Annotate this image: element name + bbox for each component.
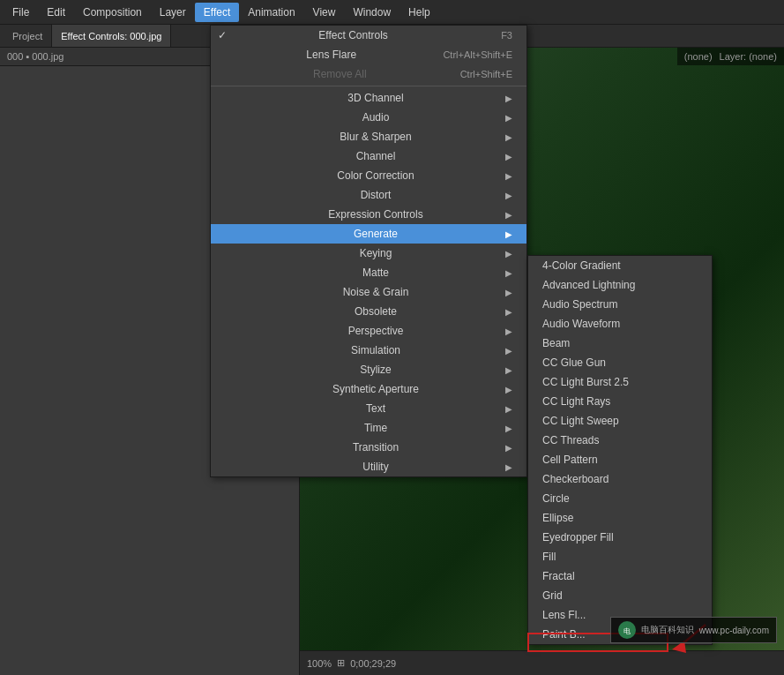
tab-effect-controls-label: Effect Controls: 000.jpg (61, 31, 161, 41)
submenu-item-checkerboard[interactable]: Checkerboard (528, 469, 712, 489)
submenu-item-cc-threads[interactable]: CC Threads (528, 431, 712, 450)
submenu-item-audio-waveform[interactable]: Audio Waveform (528, 314, 712, 334)
item-label: Distort (361, 189, 392, 201)
item-label: Effect Controls (318, 29, 387, 41)
submenu-item-cc-glue-gun[interactable]: CC Glue Gun (528, 353, 712, 372)
item-label: Eyedropper Fill (542, 531, 614, 544)
submenu-arrow: ▶ (505, 346, 512, 356)
submenu-item-ellipse[interactable]: Ellipse (528, 508, 712, 528)
menu-item-keying[interactable]: Keying ▶ (211, 244, 526, 263)
item-label: CC Light Rays (542, 395, 610, 408)
submenu-item-4-color-gradient[interactable]: 4-Color Gradient (528, 256, 712, 275)
menu-view[interactable]: View (304, 3, 345, 22)
menu-item-synthetic-aperture[interactable]: Synthetic Aperture ▶ (211, 379, 526, 399)
submenu-item-cc-light-rays[interactable]: CC Light Rays (528, 392, 712, 411)
submenu-item-lens-flare[interactable]: Lens Fl... (528, 605, 712, 625)
menu-item-effect-controls[interactable]: ✓ Effect Controls F3 (211, 26, 526, 45)
submenu-item-eyedropper-fill[interactable]: Eyedropper Fill (528, 528, 712, 547)
info-bar: (none) Layer: (none) (677, 48, 784, 65)
menu-item-3d-channel[interactable]: 3D Channel ▶ (211, 88, 526, 108)
item-label: Audio Waveform (542, 318, 620, 330)
submenu-arrow: ▶ (505, 326, 512, 336)
menu-item-distort[interactable]: Distort ▶ (211, 185, 526, 205)
submenu-item-fill[interactable]: Fill (528, 547, 712, 566)
item-label: Paint B... (542, 628, 586, 641)
submenu-item-cell-pattern[interactable]: Cell Pattern (528, 450, 712, 469)
submenu-arrow: ▶ (505, 307, 512, 317)
tab-effect-controls[interactable]: Effect Controls: 000.jpg (52, 25, 171, 47)
submenu-item-circle[interactable]: Circle (528, 489, 712, 508)
submenu-item-beam[interactable]: Beam (528, 334, 712, 353)
submenu-item-cc-light-burst[interactable]: CC Light Burst 2.5 (528, 372, 712, 392)
item-label: Simulation (351, 344, 400, 356)
menu-file[interactable]: File (4, 3, 38, 22)
menu-item-utility[interactable]: Utility ▶ (211, 457, 526, 476)
submenu-item-advanced-lightning[interactable]: Advanced Lightning (528, 275, 712, 295)
menu-window[interactable]: Window (344, 3, 399, 22)
submenu-item-audio-spectrum[interactable]: Audio Spectrum (528, 295, 712, 314)
menu-item-color-correction[interactable]: Color Correction ▶ (211, 166, 526, 185)
item-label: Cell Pattern (542, 454, 598, 466)
submenu-item-grid[interactable]: Grid (528, 586, 712, 605)
tab-project-label: Project (12, 31, 42, 41)
zoom-level: 100% (307, 658, 332, 669)
submenu-arrow: ▶ (505, 132, 512, 142)
submenu-arrow: ▶ (505, 424, 512, 433)
check-icon: ✓ (218, 29, 232, 41)
menu-item-generate[interactable]: Generate ▶ (211, 224, 526, 244)
menu-item-matte[interactable]: Matte ▶ (211, 263, 526, 282)
menu-item-blur-sharpen[interactable]: Blur & Sharpen ▶ (211, 127, 526, 146)
item-label: CC Threads (542, 434, 599, 446)
item-label: Grid (542, 589, 563, 602)
item-label: 4-Color Gradient (542, 259, 621, 272)
item-label: Audio Spectrum (542, 298, 617, 311)
menu-item-transition[interactable]: Transition ▶ (211, 438, 526, 457)
tab-project[interactable]: Project (4, 25, 52, 47)
menu-item-lens-flare[interactable]: Lens Flare Ctrl+Alt+Shift+E (211, 45, 526, 64)
submenu-item-fractal[interactable]: Fractal (528, 566, 712, 586)
menu-composition[interactable]: Composition (74, 3, 151, 22)
submenu-arrow: ▶ (505, 443, 512, 453)
item-label: Checkerboard (542, 473, 609, 485)
item-label: Blur & Sharpen (340, 131, 411, 143)
menubar: File Edit Composition Layer Effect Anima… (0, 0, 784, 25)
project-file-label: 000 ▪ 000.jpg (7, 51, 63, 62)
menu-item-simulation[interactable]: Simulation ▶ (211, 341, 526, 360)
menu-item-expression-controls[interactable]: Expression Controls ▶ (211, 205, 526, 224)
menu-item-audio[interactable]: Audio ▶ (211, 108, 526, 127)
item-label: 3D Channel (347, 92, 403, 104)
item-label: Color Correction (337, 169, 414, 182)
submenu-arrow: ▶ (505, 385, 512, 394)
menu-item-stylize[interactable]: Stylize ▶ (211, 360, 526, 379)
item-shortcut: F3 (501, 30, 512, 41)
item-label: Obsolete (355, 305, 397, 318)
submenu-arrow: ▶ (505, 191, 512, 200)
menu-animation[interactable]: Animation (239, 3, 303, 22)
menu-item-perspective[interactable]: Perspective ▶ (211, 321, 526, 341)
menu-layer[interactable]: Layer (151, 3, 195, 22)
menu-item-text[interactable]: Text ▶ (211, 399, 526, 418)
menu-effect[interactable]: Effect (195, 3, 239, 22)
menu-item-noise-grain[interactable]: Noise & Grain ▶ (211, 282, 526, 302)
submenu-arrow: ▶ (505, 404, 512, 414)
item-label: Channel (356, 150, 396, 162)
menu-item-time[interactable]: Time ▶ (211, 418, 526, 438)
menu-edit[interactable]: Edit (38, 3, 74, 22)
submenu-item-cc-light-sweep[interactable]: CC Light Sweep (528, 411, 712, 431)
item-label: Generate (354, 228, 398, 240)
item-label: Expression Controls (328, 208, 422, 221)
menu-help[interactable]: Help (399, 3, 439, 22)
menu-item-obsolete[interactable]: Obsolete ▶ (211, 302, 526, 321)
submenu-arrow: ▶ (505, 171, 512, 181)
generate-submenu[interactable]: 4-Color Gradient Advanced Lightning Audi… (527, 255, 713, 645)
submenu-arrow: ▶ (505, 249, 512, 259)
layer-label: Layer: (none) (720, 51, 777, 62)
submenu-arrow: ▶ (505, 365, 512, 375)
menu-item-channel[interactable]: Channel ▶ (211, 146, 526, 166)
timecode: 0;00;29;29 (350, 658, 396, 669)
fit-icon[interactable]: ⊞ (337, 657, 345, 669)
submenu-arrow: ▶ (505, 268, 512, 278)
item-label: Utility (362, 461, 388, 473)
effect-dropdown[interactable]: ✓ Effect Controls F3 Lens Flare Ctrl+Alt… (210, 25, 527, 477)
submenu-item-paint-b[interactable]: Paint B... (528, 625, 712, 644)
